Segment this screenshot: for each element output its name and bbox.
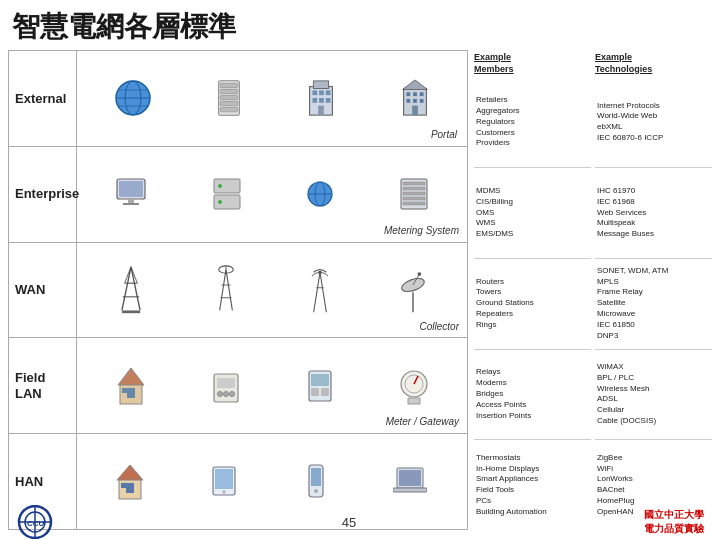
diagram-area: External — [8, 50, 468, 530]
member-item: Aggregators — [476, 106, 589, 117]
tech-item: World-Wide Web — [597, 111, 710, 122]
svg-rect-13 — [313, 91, 318, 96]
layer-label-enterprise: Enterprise — [9, 147, 77, 242]
svg-rect-22 — [406, 93, 410, 97]
tech-item: WiMAX — [597, 362, 710, 373]
layer-fieldlan: Field LAN — [9, 338, 467, 434]
member-item: Rings — [476, 320, 589, 331]
member-item: Bridges — [476, 389, 589, 400]
member-item: CIS/Billing — [476, 197, 589, 208]
svg-rect-87 — [121, 483, 126, 488]
tech-item: WiFi — [597, 464, 710, 475]
portal-label: Portal — [431, 129, 457, 140]
member-item: Access Points — [476, 400, 589, 411]
tech-item: Satellite — [597, 298, 710, 309]
layer-label-wan: WAN — [9, 243, 77, 338]
members-col: Example Members Retailers Aggregators Re… — [474, 50, 595, 530]
tech-item: DNP3 — [597, 331, 710, 342]
svg-line-60 — [320, 272, 326, 312]
tech-wan: SONET, WDM, ATM MPLS Frame Relay Satelli… — [595, 259, 712, 350]
info-area: Example Members Retailers Aggregators Re… — [468, 50, 712, 530]
round-meter-icon — [400, 366, 428, 406]
svg-rect-31 — [128, 199, 134, 203]
svg-rect-69 — [127, 388, 135, 398]
member-item: Relays — [476, 367, 589, 378]
member-item: Insertion Points — [476, 411, 589, 422]
meter-gw-label: Meter / Gateway — [386, 416, 459, 427]
tech-item: ADSL — [597, 394, 710, 405]
tech-item: Wireless Mesh — [597, 384, 710, 395]
page-number: 45 — [342, 515, 356, 530]
member-item: Retailers — [476, 95, 589, 106]
dish-icon — [398, 265, 428, 315]
members-fieldlan: Relays Modems Bridges Access Points Inse… — [474, 350, 591, 441]
member-item: MDMS — [476, 186, 589, 197]
svg-rect-19 — [318, 106, 324, 116]
member-item: Repeaters — [476, 309, 589, 320]
layer-content-fieldlan: Meter / Gateway — [77, 338, 467, 433]
svg-rect-12 — [314, 81, 329, 89]
phone-icon — [307, 463, 325, 501]
laptop-icon — [393, 463, 427, 501]
tech-item: BPL / PLC — [597, 373, 710, 384]
member-item: OMS — [476, 208, 589, 219]
tech-item: MPLS — [597, 277, 710, 288]
house-icon — [117, 366, 145, 406]
svg-rect-70 — [122, 388, 127, 393]
tech-item: IEC 60870-6 ICCP — [597, 133, 710, 144]
member-item: Towers — [476, 287, 589, 298]
server-cluster-icon — [212, 177, 242, 211]
meter-device-icon — [212, 366, 240, 406]
svg-point-35 — [218, 184, 222, 188]
svg-line-53 — [220, 270, 226, 311]
tech-item: Multispeak — [597, 218, 710, 229]
member-item: Modems — [476, 378, 589, 389]
tech-external: Internet Protocols World-Wide Web ebXML … — [595, 77, 712, 168]
svg-rect-15 — [326, 91, 331, 96]
svg-rect-89 — [215, 469, 233, 489]
svg-rect-41 — [403, 182, 425, 185]
tech-item: Frame Relay — [597, 287, 710, 298]
svg-rect-34 — [214, 195, 240, 209]
layer-external: External — [9, 51, 467, 147]
svg-rect-44 — [403, 197, 425, 200]
member-item: Smart Appliances — [476, 474, 589, 485]
member-item: Providers — [476, 138, 589, 149]
tablet-icon — [211, 463, 239, 501]
tech-fieldlan: WiMAX BPL / PLC Wireless Mesh ADSL Cellu… — [595, 350, 712, 441]
layer-label-external: External — [9, 51, 77, 146]
svg-rect-30 — [119, 181, 143, 197]
svg-rect-43 — [403, 192, 425, 195]
member-item: Customers — [476, 128, 589, 139]
svg-rect-96 — [393, 488, 427, 492]
svg-point-93 — [314, 489, 318, 493]
member-item: In-Home Displays — [476, 464, 589, 475]
member-item: EMS/DMS — [476, 229, 589, 240]
member-item: WMS — [476, 218, 589, 229]
main-container: External — [0, 50, 720, 530]
svg-rect-33 — [214, 179, 240, 193]
logo-icon: CCU — [16, 505, 54, 539]
svg-rect-8 — [220, 96, 237, 100]
svg-rect-52 — [122, 310, 140, 313]
globe2-icon — [306, 177, 334, 211]
svg-text:CCU: CCU — [27, 519, 45, 528]
svg-rect-32 — [123, 203, 139, 205]
page-title: 智慧電網各層標準 — [0, 0, 720, 50]
svg-marker-68 — [118, 368, 144, 385]
layer-label-fieldlan: Field LAN — [9, 338, 77, 433]
members-header: Example Members — [474, 50, 591, 75]
svg-rect-18 — [326, 98, 331, 103]
technologies-header: Example Technologies — [595, 50, 712, 75]
tech-item: IEC 61968 — [597, 197, 710, 208]
server-rack-icon — [215, 79, 243, 117]
svg-point-74 — [223, 391, 228, 396]
svg-rect-72 — [217, 378, 235, 388]
svg-line-47 — [131, 267, 140, 311]
university-name: 國立中正大學 電力品質實驗 — [644, 508, 704, 536]
tech-enterprise: IHC 61970 IEC 61968 Web Services Multisp… — [595, 168, 712, 259]
svg-rect-17 — [319, 98, 324, 103]
svg-rect-23 — [413, 93, 417, 97]
datacenter-icon — [399, 177, 429, 211]
svg-point-36 — [218, 200, 222, 204]
